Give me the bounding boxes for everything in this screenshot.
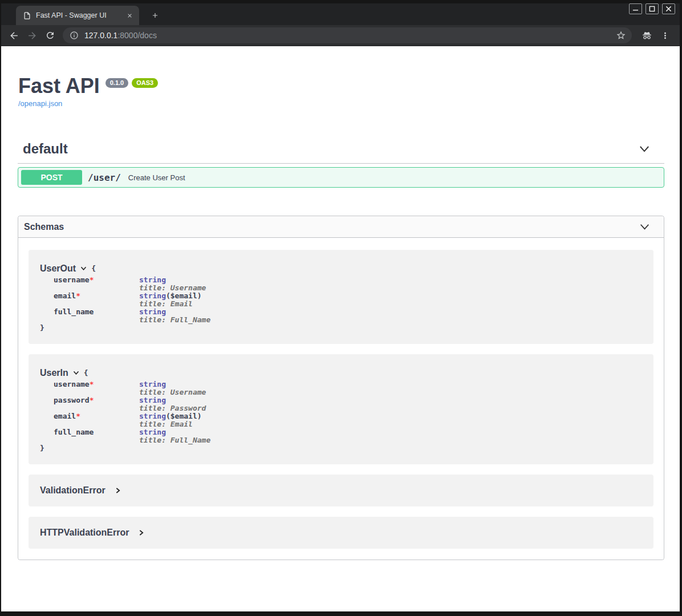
maximize-icon <box>649 6 655 12</box>
model-name: HTTPValidationError <box>40 528 129 538</box>
minimize-icon <box>632 6 639 12</box>
schema-property-row: email* string($email) title: Email <box>54 292 642 308</box>
model-userin: UserIn { username* string title: Usernam… <box>29 354 653 464</box>
required-star: * <box>90 396 94 404</box>
api-info: Fast API 0.1.0 OAS3 /openapi.json <box>18 75 680 108</box>
kebab-menu-icon <box>660 31 670 40</box>
property-name: full_name <box>54 428 94 436</box>
property-name: password <box>54 396 90 404</box>
chevron-right-icon[interactable] <box>139 529 144 536</box>
property-title: title: Password <box>139 404 206 412</box>
back-icon <box>9 30 19 41</box>
close-brace: } <box>40 324 642 332</box>
property-title: title: Username <box>139 388 206 396</box>
schema-property-row: full_name string title: Full_Name <box>54 308 642 324</box>
reload-button[interactable] <box>41 26 59 44</box>
property-name: full_name <box>54 307 94 316</box>
required-star: * <box>90 275 94 284</box>
forward-button[interactable] <box>23 26 41 44</box>
required-star: * <box>76 291 80 300</box>
url-path: :8000/docs <box>117 31 157 40</box>
model-title-row[interactable]: UserIn { <box>40 368 642 378</box>
schemas-body: UserOut { username* string title: Userna… <box>18 238 664 560</box>
schemas-section: Schemas UserOut { <box>18 216 664 560</box>
property-type: string <box>139 307 166 316</box>
browser-tab[interactable]: Fast API - Swagger UI <box>16 6 139 25</box>
incognito-button[interactable] <box>638 26 656 44</box>
chevron-down-icon[interactable] <box>80 266 87 271</box>
property-name: email <box>54 291 76 300</box>
oas3-badge: OAS3 <box>132 78 158 88</box>
schemas-header[interactable]: Schemas <box>18 216 664 238</box>
property-name: username <box>54 380 90 388</box>
tab-strip: Fast API - Swagger UI <box>1 3 680 25</box>
schema-property-row: email* string($email) title: Email <box>54 412 642 428</box>
model-name: UserOut <box>40 264 76 274</box>
property-type: string <box>139 412 166 420</box>
property-title: title: Full_Name <box>139 316 210 324</box>
property-title: title: Email <box>139 300 202 308</box>
tab-close-icon[interactable] <box>124 10 135 21</box>
menu-button[interactable] <box>656 26 674 44</box>
model-validationerror[interactable]: ValidationError <box>29 475 653 506</box>
property-type: string <box>139 291 166 300</box>
property-title: title: Email <box>139 420 202 428</box>
property-format: ($email) <box>166 291 202 300</box>
bookmark-star-icon[interactable] <box>616 30 626 40</box>
reload-icon <box>45 30 55 40</box>
new-tab-button[interactable] <box>147 7 163 23</box>
open-brace: { <box>84 369 88 377</box>
schema-property-row: username* string title: Username <box>54 276 642 292</box>
plus-icon <box>151 11 159 19</box>
operation-post-user[interactable]: POST /user/ Create User Post <box>18 167 664 188</box>
schema-property-row: password* string title: Password <box>54 396 642 412</box>
browser-window: Fast API - Swagger UI <box>0 0 682 616</box>
property-type: string <box>139 380 166 388</box>
operation-path: /user/ <box>88 172 121 183</box>
page-icon <box>23 11 31 20</box>
close-button[interactable] <box>662 3 675 14</box>
chevron-down-icon[interactable] <box>73 371 79 375</box>
api-title: Fast API <box>18 75 100 98</box>
chevron-down-icon[interactable] <box>639 145 649 153</box>
chevron-right-icon[interactable] <box>116 487 120 494</box>
model-title-row[interactable]: UserOut { <box>40 264 642 274</box>
required-star: * <box>90 380 94 388</box>
minimize-button[interactable] <box>629 3 642 14</box>
close-icon <box>665 6 672 12</box>
tab-title: Fast API - Swagger UI <box>36 11 124 19</box>
property-type: string <box>139 428 166 436</box>
operation-summary: Create User Post <box>128 173 185 182</box>
forward-icon <box>27 30 38 41</box>
version-badge: 0.1.0 <box>105 78 128 88</box>
openapi-spec-link[interactable]: /openapi.json <box>18 99 62 108</box>
schema-property-row: username* string title: Username <box>54 380 642 396</box>
property-title: title: Full_Name <box>139 436 210 444</box>
model-httpvalidationerror[interactable]: HTTPValidationError <box>29 517 653 549</box>
property-type: string <box>139 275 166 284</box>
property-format: ($email) <box>166 412 202 420</box>
schemas-heading: Schemas <box>24 222 64 232</box>
model-name: UserIn <box>40 368 68 378</box>
required-star: * <box>76 412 80 420</box>
method-badge: POST <box>21 170 82 185</box>
tag-section-default[interactable]: default <box>18 141 664 164</box>
address-bar[interactable]: 127.0.0.1:8000/docs <box>63 27 632 43</box>
property-type: string <box>139 396 166 404</box>
url-host: 127.0.0.1 <box>84 31 117 40</box>
schema-property-row: full_name string title: Full_Name <box>54 428 642 444</box>
swagger-page: Fast API 0.1.0 OAS3 /openapi.json defaul… <box>1 46 680 611</box>
incognito-icon <box>642 30 652 41</box>
property-title: title: Username <box>139 284 206 292</box>
property-name: username <box>54 275 90 284</box>
model-userout: UserOut { username* string title: Userna… <box>29 250 653 344</box>
back-button[interactable] <box>5 26 23 44</box>
close-brace: } <box>40 444 642 452</box>
info-icon[interactable] <box>70 31 79 40</box>
open-brace: { <box>91 265 96 273</box>
model-name: ValidationError <box>40 485 105 496</box>
chevron-down-icon[interactable] <box>640 224 649 230</box>
property-name: email <box>54 412 76 420</box>
maximize-button[interactable] <box>646 3 659 14</box>
url-text[interactable]: 127.0.0.1:8000/docs <box>84 31 616 40</box>
